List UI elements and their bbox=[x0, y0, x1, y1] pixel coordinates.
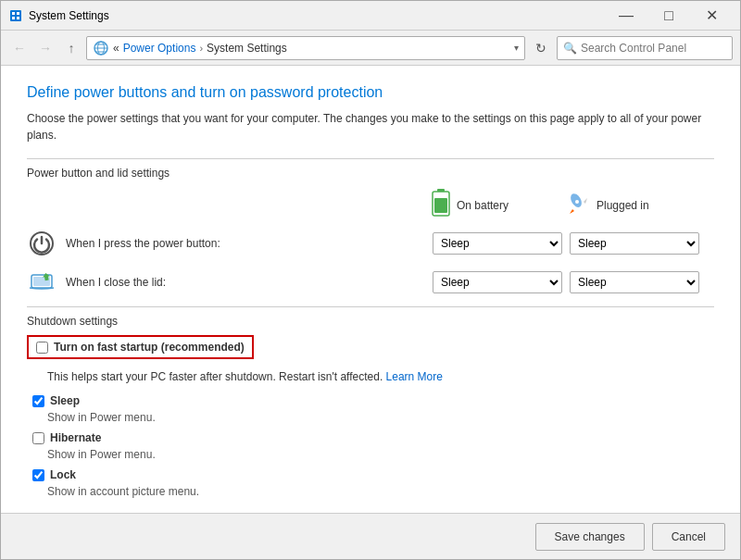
lock-desc: Show in account picture menu. bbox=[47, 485, 714, 498]
breadcrumb-arrow: › bbox=[199, 43, 203, 54]
sleep-checkbox[interactable] bbox=[32, 395, 44, 407]
lid-battery-select[interactable]: Do nothing Sleep Hibernate Shut down bbox=[433, 271, 562, 293]
hibernate-row: Hibernate bbox=[32, 431, 714, 444]
battery-header-label: On battery bbox=[457, 199, 509, 212]
plugged-header-label: Plugged in bbox=[597, 199, 649, 212]
shutdown-label: Shutdown settings bbox=[27, 315, 714, 328]
svg-marker-15 bbox=[584, 198, 587, 204]
column-headers: On battery Plugged in bbox=[27, 189, 714, 221]
forward-button[interactable]: → bbox=[34, 37, 57, 59]
lock-label[interactable]: Lock bbox=[50, 468, 76, 481]
breadcrumb-separator: « bbox=[113, 42, 119, 55]
up-button[interactable]: ↑ bbox=[60, 37, 82, 59]
fast-startup-inner: Turn on fast startup (recommended) bbox=[36, 341, 245, 354]
lid-plugged-select[interactable]: Do nothing Sleep Hibernate Shut down bbox=[570, 271, 699, 293]
cancel-button[interactable]: Cancel bbox=[652, 523, 725, 551]
lock-row: Lock bbox=[32, 468, 714, 481]
back-button[interactable]: ← bbox=[8, 37, 31, 59]
divider-2 bbox=[27, 306, 714, 307]
breadcrumb-parent[interactable]: Power Options bbox=[123, 42, 196, 55]
hibernate-checkbox[interactable] bbox=[32, 432, 44, 444]
divider-1 bbox=[27, 158, 714, 159]
sleep-label[interactable]: Sleep bbox=[50, 394, 80, 407]
power-button-plugged-select[interactable]: Do nothing Sleep Hibernate Shut down Tur… bbox=[570, 232, 699, 255]
lid-row: When I close the lid: Do nothing Sleep H… bbox=[27, 268, 714, 297]
lid-icon bbox=[27, 268, 57, 297]
svg-rect-3 bbox=[12, 17, 15, 19]
plugged-icon bbox=[565, 191, 591, 219]
section-power-label: Power button and lid settings bbox=[27, 167, 714, 180]
plugged-header: Plugged in bbox=[565, 189, 699, 221]
save-changes-button[interactable]: Save changes bbox=[535, 523, 645, 551]
svg-point-16 bbox=[575, 200, 579, 204]
hibernate-desc: Show in Power menu. bbox=[47, 448, 714, 461]
breadcrumb-chevron-icon: ▾ bbox=[514, 43, 519, 53]
svg-rect-1 bbox=[12, 12, 15, 15]
page-heading: Define power buttons and turn on passwor… bbox=[27, 84, 714, 101]
learn-more-link[interactable]: Learn More bbox=[386, 370, 443, 383]
fast-startup-box: Turn on fast startup (recommended) bbox=[27, 335, 254, 359]
lock-checkbox[interactable] bbox=[32, 469, 44, 481]
lid-selects: Do nothing Sleep Hibernate Shut down Do … bbox=[433, 271, 714, 293]
shutdown-section: Shutdown settings Turn on fast startup (… bbox=[27, 315, 714, 498]
svg-marker-14 bbox=[570, 209, 574, 214]
hibernate-label[interactable]: Hibernate bbox=[50, 431, 101, 444]
fast-startup-checkbox[interactable] bbox=[36, 342, 48, 354]
content-area: Define power buttons and turn on passwor… bbox=[1, 66, 740, 513]
sleep-row: Sleep bbox=[32, 394, 714, 407]
svg-rect-4 bbox=[17, 17, 19, 19]
power-button-selects: Do nothing Sleep Hibernate Shut down Tur… bbox=[433, 232, 714, 255]
lid-label: When I close the lid: bbox=[66, 276, 433, 289]
minimize-button[interactable]: — bbox=[605, 1, 647, 31]
window-icon bbox=[8, 8, 23, 23]
breadcrumb-globe-icon bbox=[93, 40, 109, 56]
address-bar: ← → ↑ « Power Options › System Settings … bbox=[1, 31, 740, 66]
system-settings-window: System Settings — □ ✕ ← → ↑ « Power Opti… bbox=[0, 0, 741, 560]
breadcrumb-current: System Settings bbox=[207, 42, 287, 55]
window-title: System Settings bbox=[29, 9, 605, 22]
search-box: 🔍 bbox=[557, 36, 733, 60]
sleep-desc: Show in Power menu. bbox=[47, 411, 714, 424]
power-button-battery-select[interactable]: Do nothing Sleep Hibernate Shut down Tur… bbox=[433, 232, 562, 255]
fast-startup-container: Turn on fast startup (recommended) bbox=[27, 335, 714, 365]
svg-rect-0 bbox=[10, 10, 21, 21]
battery-header: On battery bbox=[431, 189, 565, 221]
refresh-button[interactable]: ↻ bbox=[529, 36, 553, 60]
search-icon: 🔍 bbox=[563, 42, 577, 55]
window-controls: — □ ✕ bbox=[605, 1, 733, 31]
footer: Save changes Cancel bbox=[1, 513, 740, 559]
power-button-row: When I press the power button: Do nothin… bbox=[27, 229, 714, 258]
search-input[interactable] bbox=[581, 42, 726, 55]
power-button-icon bbox=[27, 229, 57, 258]
fast-startup-description: This helps start your PC faster after sh… bbox=[47, 370, 714, 383]
breadcrumb-bar: « Power Options › System Settings ▾ bbox=[86, 36, 525, 60]
svg-rect-12 bbox=[434, 198, 447, 213]
close-button[interactable]: ✕ bbox=[690, 1, 733, 31]
power-button-label: When I press the power button: bbox=[66, 237, 433, 250]
title-bar: System Settings — □ ✕ bbox=[1, 1, 740, 31]
maximize-button[interactable]: □ bbox=[647, 1, 690, 31]
svg-rect-2 bbox=[17, 12, 19, 15]
fast-startup-label[interactable]: Turn on fast startup (recommended) bbox=[54, 341, 245, 354]
battery-icon bbox=[431, 189, 451, 221]
page-description: Choose the power settings that you want … bbox=[27, 110, 714, 143]
